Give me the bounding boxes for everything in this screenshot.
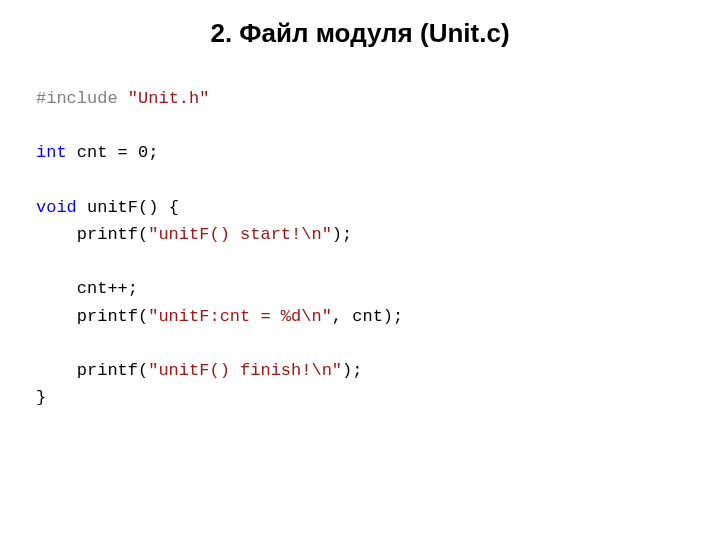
code-token: int	[36, 143, 67, 162]
slide-title: 2. Файл модуля (Unit.c)	[36, 18, 684, 49]
code-token: unitF() {	[77, 198, 179, 217]
code-token: }	[36, 388, 46, 407]
code-token: cnt = 0;	[67, 143, 159, 162]
code-token: void	[36, 198, 77, 217]
code-token: printf(	[36, 361, 148, 380]
code-token: #include	[36, 89, 118, 108]
code-token: "unitF() finish!\n"	[148, 361, 342, 380]
code-token: );	[332, 225, 352, 244]
code-token: printf(	[36, 225, 148, 244]
slide: 2. Файл модуля (Unit.c) #include "Unit.h…	[0, 0, 720, 540]
code-token: "unitF:cnt = %d\n"	[148, 307, 332, 326]
code-token: );	[342, 361, 362, 380]
code-token: , cnt);	[332, 307, 403, 326]
code-token: "unitF() start!\n"	[148, 225, 332, 244]
code-token: printf(	[36, 307, 148, 326]
code-token: cnt++;	[36, 279, 138, 298]
code-block: #include "Unit.h" int cnt = 0; void unit…	[36, 85, 684, 411]
code-token	[118, 89, 128, 108]
code-token: "Unit.h"	[128, 89, 210, 108]
